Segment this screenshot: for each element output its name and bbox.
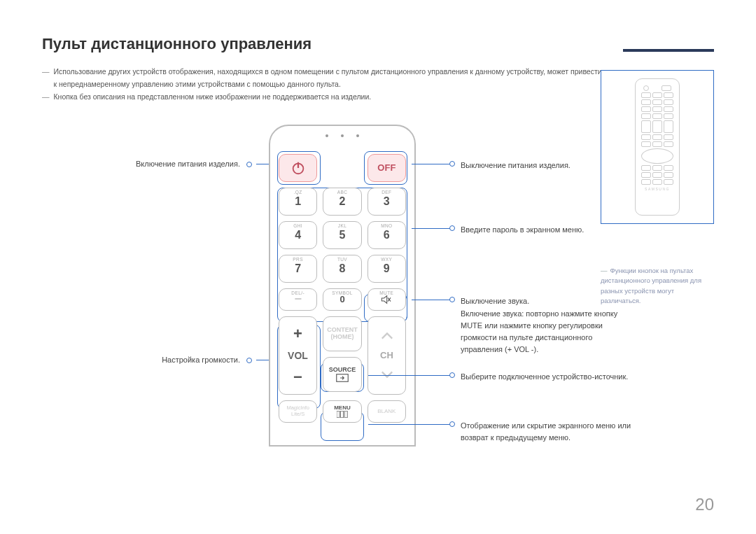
svg-rect-5 (337, 411, 340, 418)
callout-dot-icon (449, 372, 455, 378)
callout-line (368, 375, 451, 376)
note-text: Кнопка без описания на представленном ни… (54, 91, 372, 104)
callout-dot-icon (449, 225, 455, 231)
content-home-button[interactable]: CONTENT(HOME) (323, 316, 362, 351)
brand-label: SAMSUNG (638, 187, 676, 191)
callout-line (368, 424, 451, 425)
key-7[interactable]: PRS7 (279, 255, 317, 283)
svg-rect-7 (344, 411, 347, 418)
svg-rect-6 (341, 411, 344, 418)
intro-notes: ―Использование других устройств отображе… (42, 66, 602, 104)
label-keypad: Введите пароль в экранном меню. (461, 224, 584, 236)
callout-dot-icon (449, 297, 455, 302)
row-power: OFF (279, 154, 406, 182)
power-icon (290, 160, 306, 176)
mute-icon (381, 295, 392, 304)
label-source: Выберите подключенное устройство-источни… (461, 371, 629, 383)
callout-dot-icon (246, 358, 252, 363)
ir-dots-icon (326, 134, 359, 137)
dash-icon: ― (42, 66, 50, 91)
key-3[interactable]: DEF3 (368, 188, 406, 216)
remote-body: OFF .QZ1ABC2DEF3 GHI4JKL5MNO6 PRS7TUV8WX… (269, 125, 416, 447)
key-5[interactable]: JKL5 (323, 221, 361, 249)
power-button[interactable] (279, 154, 317, 182)
callout-line (412, 228, 451, 229)
key-6[interactable]: MNO6 (368, 221, 406, 249)
remote-illustration: OFF .QZ1ABC2DEF3 GHI4JKL5MNO6 PRS7TUV8WX… (269, 125, 416, 447)
key-2[interactable]: ABC2 (323, 188, 361, 216)
dash-icon: ― (601, 267, 608, 274)
callout-dot-icon (449, 421, 455, 427)
key-mute[interactable]: MUTE (368, 288, 406, 311)
channel-rocker[interactable]: CH (368, 316, 406, 395)
source-icon (336, 374, 349, 382)
label-volume: Настройка громкости. (162, 356, 240, 364)
dash-icon: ― (42, 91, 50, 104)
magicinfo-button[interactable]: MagicInfoLite/S (279, 400, 317, 423)
plus-icon: + (293, 325, 302, 343)
page: Пульт дистанционного управления ―Использ… (0, 0, 756, 534)
chevron-up-icon (381, 332, 393, 340)
key-del[interactable]: DEL/-− (279, 288, 317, 311)
callout-line (412, 164, 451, 164)
remote-thumbnail-frame: SAMSUNG (601, 70, 714, 224)
label-mute: Выключение звука. (461, 295, 529, 307)
label-menu: Отображение или скрытие экранного меню и… (461, 420, 643, 444)
key-1[interactable]: .QZ1 (279, 188, 317, 216)
source-button[interactable]: SOURCE (323, 357, 362, 392)
label-mute-detail: Включение звука: повторно нажмите кнопку… (461, 308, 636, 356)
remote-thumbnail: SAMSUNG (635, 78, 680, 216)
key-0[interactable]: SYMBOL0 (323, 288, 361, 311)
menu-icon (337, 411, 348, 418)
callout-dot-icon (246, 162, 252, 167)
minus-icon: − (293, 368, 302, 386)
side-note: ―Функции кнопок на пультах дистанционног… (601, 266, 714, 306)
header-accent-rule (623, 49, 714, 52)
label-power-on: Включение питания изделия. (136, 160, 240, 168)
callout-dot-icon (449, 161, 455, 167)
page-title: Пульт дистанционного управления (42, 35, 714, 53)
key-4[interactable]: GHI4 (279, 221, 317, 249)
key-8[interactable]: TUV8 (323, 255, 361, 283)
off-button[interactable]: OFF (368, 154, 406, 182)
callout-line (412, 300, 451, 300)
note-text: Использование других устройств отображен… (54, 66, 603, 91)
menu-button[interactable]: MENU (323, 400, 361, 423)
volume-rocker[interactable]: + VOL − (279, 316, 317, 395)
label-power-off: Выключение питания изделия. (461, 160, 570, 171)
blank-button[interactable]: BLANK (368, 400, 406, 423)
key-9[interactable]: WXY9 (368, 255, 406, 283)
page-number: 20 (695, 495, 714, 514)
